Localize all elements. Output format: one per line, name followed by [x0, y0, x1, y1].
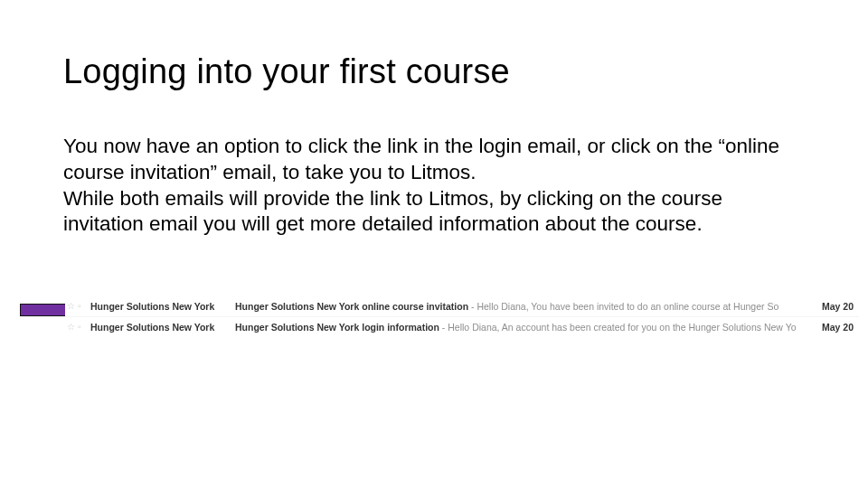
email-subject: Hunger Solutions New York login informat… — [235, 322, 439, 333]
email-subject-preview: Hunger Solutions New York login informat… — [235, 322, 810, 333]
paragraph-1: You now have an option to click the link… — [63, 134, 805, 186]
email-date: May 20 — [810, 322, 859, 333]
star-icon[interactable]: ☆ — [67, 323, 75, 332]
body-text: You now have an option to click the link… — [63, 134, 805, 238]
email-subject-preview: Hunger Solutions New York online course … — [235, 301, 810, 312]
email-preview: - Hello Diana, An account has been creat… — [439, 322, 797, 333]
email-row[interactable]: ☆ ▫ Hunger Solutions New York Hunger Sol… — [65, 316, 859, 336]
email-row[interactable]: ☆ ▫ Hunger Solutions New York Hunger Sol… — [65, 296, 859, 316]
star-icon[interactable]: ☆ — [67, 302, 75, 311]
email-subject: Hunger Solutions New York online course … — [235, 301, 468, 312]
row-lead-icons: ☆ ▫ — [65, 323, 90, 332]
slide: Logging into your first course You now h… — [0, 0, 868, 488]
email-sender: Hunger Solutions New York — [90, 301, 235, 312]
page-title: Logging into your first course — [63, 52, 510, 91]
row-lead-icons: ☆ ▫ — [65, 302, 90, 311]
email-inbox-screenshot: ☆ ▫ Hunger Solutions New York Hunger Sol… — [65, 296, 859, 336]
paragraph-2: While both emails will provide the link … — [63, 186, 805, 239]
email-date: May 20 — [810, 301, 859, 312]
label-icon[interactable]: ▫ — [78, 302, 81, 311]
email-sender: Hunger Solutions New York — [90, 322, 235, 333]
label-icon[interactable]: ▫ — [78, 323, 81, 332]
email-preview: - Hello Diana, You have been invited to … — [468, 301, 778, 312]
